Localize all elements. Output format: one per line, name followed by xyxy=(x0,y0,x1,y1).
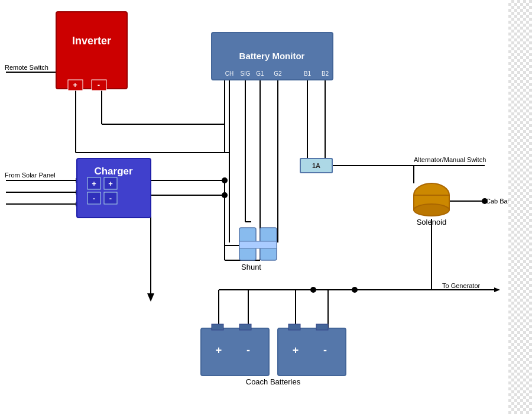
battery-monitor-label: Battery Monitor xyxy=(239,51,305,61)
sig-label: SIG xyxy=(240,70,250,77)
from-solar-panel-label: From Solar Panel xyxy=(5,172,56,179)
inverter-label: Inverter xyxy=(72,35,111,47)
b2-label: B2 xyxy=(322,70,329,77)
g2-label: G2 xyxy=(274,70,282,77)
svg-rect-74 xyxy=(239,241,277,248)
svg-text:+: + xyxy=(293,344,299,356)
svg-text:-: - xyxy=(93,194,95,203)
charger-label: Charger xyxy=(94,166,133,177)
svg-text:+: + xyxy=(108,179,113,188)
svg-point-77 xyxy=(414,204,449,216)
remote-switch-label: Remote Switch xyxy=(5,64,48,71)
svg-text:+: + xyxy=(92,179,96,188)
svg-rect-83 xyxy=(278,328,346,376)
svg-text:-: - xyxy=(246,344,250,356)
b1-label: B1 xyxy=(304,70,312,77)
g1-label: G1 xyxy=(256,70,264,77)
svg-text:-: - xyxy=(323,344,327,356)
to-generator-label: To Generator xyxy=(442,282,481,289)
alternator-switch-label: Alternator/Manual Switch xyxy=(414,156,486,163)
fuse-label: 1A xyxy=(312,162,320,169)
solenoid-text-label: Solenoid xyxy=(417,218,447,227)
wiring-diagram: Inverter + - Charger + + - - Battery Mon… xyxy=(0,0,508,414)
svg-rect-78 xyxy=(201,328,269,376)
coach-batteries-label: Coach Batteries xyxy=(246,377,301,386)
svg-rect-82 xyxy=(239,324,251,330)
svg-text:-: - xyxy=(98,80,100,89)
ch-label: CH xyxy=(225,70,233,77)
svg-text:+: + xyxy=(73,80,77,89)
svg-text:+: + xyxy=(216,344,222,356)
svg-rect-87 xyxy=(316,324,328,330)
svg-text:-: - xyxy=(109,194,112,203)
svg-rect-81 xyxy=(212,324,223,330)
shunt-text-label: Shunt xyxy=(241,263,261,271)
svg-rect-86 xyxy=(288,324,300,330)
cab-battery-label: Cab Battery xyxy=(486,198,508,205)
svg-rect-56 xyxy=(56,12,127,89)
